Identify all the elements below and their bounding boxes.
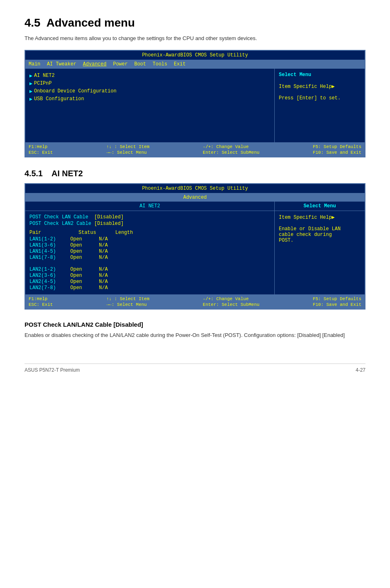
menu-item-advanced[interactable]: Advanced <box>83 61 107 67</box>
bios2-help-line1: Item Specific Help▶ <box>279 214 361 220</box>
bios2-left: POST Check LAN Cable [Disabled] POST Che… <box>25 211 275 294</box>
bios-item-pcipnp[interactable]: ▶ PCIPnP <box>29 80 270 88</box>
bios2-right: Item Specific Help▶ Enable or Disable LA… <box>275 211 365 294</box>
footer-col2-2: ↑↓ : Select Item →←: Select Menu <box>106 296 150 307</box>
post-check-description: Enables or disables checking of the LAN/… <box>25 331 365 339</box>
footer-left: ASUS P5N72-T Premium <box>25 367 80 373</box>
footer-col3-1: -/+: Change Value Enter: Select SubMenu <box>203 144 260 155</box>
section-description: The Advanced menu items allow you to cha… <box>25 34 365 43</box>
menu-item-boot[interactable]: Boot <box>134 61 146 67</box>
bios-left-1: ▶ AI NET2 ▶ PCIPnP ▶ Onboard Device Conf… <box>25 69 275 142</box>
lan1-pair-2: LAN1(3-6) Open N/A <box>29 242 270 248</box>
arrow-icon-1: ▶ <box>29 73 32 79</box>
pair-header-row: Pair Status Length <box>29 230 270 236</box>
bios-box-1: Phoenix-AwardBIOS CMOS Setup Utility Mai… <box>25 50 365 157</box>
bios2-content: POST Check LAN Cable [Disabled] POST Che… <box>25 211 365 294</box>
bios-title-2: Phoenix-AwardBIOS CMOS Setup Utility <box>25 184 365 193</box>
footer-col3-2: -/+: Change Value Enter: Select SubMenu <box>203 296 260 307</box>
bios2-section-header: AI NET2 <box>25 202 275 211</box>
bios2-help-line3: cable check during <box>279 232 361 238</box>
section-title: 4.5 Advanced menu <box>25 16 365 29</box>
lan2-pair-4: LAN2(7-8) Open N/A <box>29 285 270 291</box>
bios-right-1: Select Menu Item Specific Help▶ Press [E… <box>275 69 365 142</box>
footer-col4-1: F5: Setup Defaults F10: Save and Exit <box>313 144 361 155</box>
pair-table: Pair Status Length LAN1(1-2) Open N/A LA… <box>29 230 270 291</box>
bios-box-2: Phoenix-AwardBIOS CMOS Setup Utility Adv… <box>25 183 365 310</box>
lan1-pair-4: LAN1(7-8) Open N/A <box>29 255 270 260</box>
footer-col2-1: ↑↓ : Select Item →←: Select Menu <box>106 144 150 155</box>
arrow-icon-3: ▶ <box>29 88 32 94</box>
arrow-icon-2: ▶ <box>29 81 32 87</box>
arrow-icon-4: ▶ <box>29 96 32 102</box>
bios2-help-header: Select Menu <box>275 202 365 211</box>
bios-item-usb[interactable]: ▶ USB Configuration <box>29 95 270 103</box>
post-check-lan2-item[interactable]: POST Check LAN2 Cable [Disabled] <box>29 221 270 227</box>
lan2-pair-1: LAN2(1-2) Open N/A <box>29 267 270 272</box>
help-line1-1: Item Specific Help▶ <box>279 83 361 90</box>
lan2-pair-2: LAN2(3-6) Open N/A <box>29 273 270 278</box>
menu-item-tools[interactable]: Tools <box>152 61 167 67</box>
bios-footer-2: F1:Help ESC: Exit ↑↓ : Select Item →←: S… <box>25 294 365 309</box>
lan1-pair-3: LAN1(4-5) Open N/A <box>29 249 270 254</box>
footer-col4-2: F5: Setup Defaults F10: Save and Exit <box>313 296 361 307</box>
bios-menu-bar-1[interactable]: Main AI Tweaker Advanced Power Boot Tool… <box>25 60 365 69</box>
bios2-help-line4: POST. <box>279 238 361 243</box>
subsection-title: 4.5.1 AI NET2 <box>25 169 365 178</box>
lan1-pair-1: LAN1(1-2) Open N/A <box>29 236 270 242</box>
footer-col1-2: F1:Help ESC: Exit <box>29 296 53 307</box>
help-line2-1: Press [Enter] to set. <box>279 95 361 101</box>
menu-item-power[interactable]: Power <box>113 61 128 67</box>
bios-sub-title: Advanced <box>25 193 365 202</box>
lan2-pair-3: LAN2(4-5) Open N/A <box>29 279 270 285</box>
bios-title-1: Phoenix-AwardBIOS CMOS Setup Utility <box>25 51 365 60</box>
select-menu-label-1: Select Menu <box>279 72 361 78</box>
menu-item-ai-tweaker[interactable]: AI Tweaker <box>47 61 76 67</box>
footer-right: 4-27 <box>356 367 365 373</box>
footer-col1-1: F1:Help ESC: Exit <box>29 144 53 155</box>
bios-footer-1: F1:Help ESC: Exit ↑↓ : Select Item →←: S… <box>25 142 365 157</box>
bios-item-ainet2[interactable]: ▶ AI NET2 <box>29 72 270 80</box>
menu-item-exit[interactable]: Exit <box>174 61 186 67</box>
post-check-lan-item[interactable]: POST Check LAN Cable [Disabled] <box>29 214 270 220</box>
post-check-title: POST Check LAN/LAN2 Cable [Disabled] <box>25 321 365 328</box>
bios2-help-line2: Enable or Disable LAN <box>279 226 361 232</box>
bios-item-onboard[interactable]: ▶ Onboard Device Configuration <box>29 88 270 95</box>
page-footer: ASUS P5N72-T Premium 4-27 <box>25 364 365 373</box>
menu-item-main[interactable]: Main <box>29 61 40 67</box>
bios-content-1: ▶ AI NET2 ▶ PCIPnP ▶ Onboard Device Conf… <box>25 69 365 142</box>
